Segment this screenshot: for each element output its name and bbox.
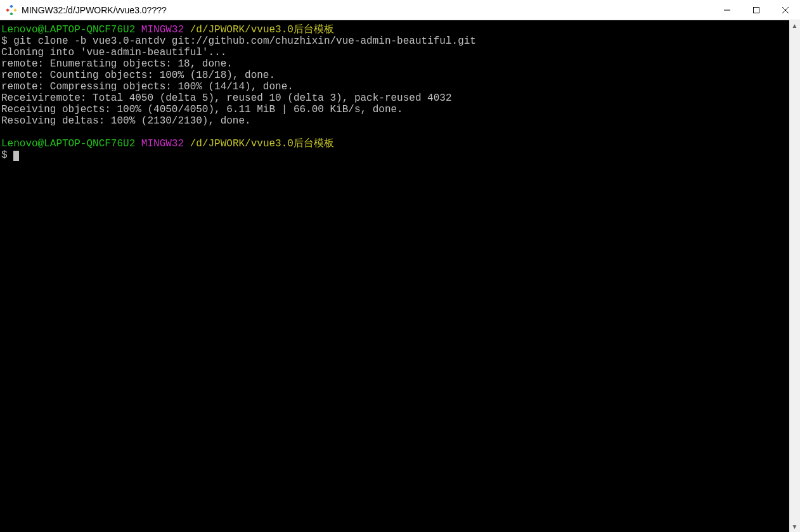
prompt-user-host: Lenovo@LAPTOP-QNCF76U2	[1, 24, 135, 35]
scroll-up-arrow-icon[interactable]: ▲	[789, 20, 800, 31]
window-title: MINGW32:/d/JPWORK/vvue3.0????	[22, 5, 713, 15]
output-line: remote: Enumerating objects: 18, done.	[1, 58, 233, 70]
output-line: Resolving deltas: 100% (2130/2130), done…	[1, 115, 251, 127]
svg-rect-0	[10, 5, 13, 8]
command-line: git clone -b vue3.0-antdv git://github.c…	[13, 35, 476, 47]
output-line: Receiviremote: Total 4050 (delta 5), reu…	[1, 92, 452, 104]
output-line: Cloning into 'vue-admin-beautiful'...	[1, 47, 226, 58]
prompt-symbol: $	[1, 35, 8, 47]
scroll-down-arrow-icon[interactable]: ▼	[789, 521, 800, 532]
svg-rect-3	[10, 12, 13, 15]
prompt-cwd: /d/JPWORK/vvue3.0后台模板	[190, 138, 334, 149]
svg-rect-5	[754, 7, 759, 13]
maximize-button[interactable]	[742, 0, 771, 20]
close-button[interactable]	[771, 0, 800, 20]
minimize-button[interactable]	[713, 0, 742, 20]
output-line: remote: Counting objects: 100% (18/18), …	[1, 70, 275, 81]
svg-rect-1	[6, 8, 10, 12]
window-titlebar: MINGW32:/d/JPWORK/vvue3.0????	[0, 0, 800, 20]
prompt-user-host: Lenovo@LAPTOP-QNCF76U2	[1, 138, 135, 149]
prompt-cwd: /d/JPWORK/vvue3.0后台模板	[190, 24, 334, 35]
vertical-scrollbar[interactable]: ▲ ▼	[789, 20, 800, 532]
output-line: remote: Compressing objects: 100% (14/14…	[1, 81, 294, 92]
svg-rect-2	[13, 8, 16, 12]
terminal-output[interactable]: Lenovo@LAPTOP-QNCF76U2 MINGW32 /d/JPWORK…	[0, 20, 789, 532]
prompt-shell: MINGW32	[141, 24, 184, 35]
app-icon	[6, 5, 16, 15]
output-line: Receiving objects: 100% (4050/4050), 6.1…	[1, 104, 403, 115]
cursor	[13, 151, 19, 161]
prompt-symbol: $	[1, 149, 8, 161]
prompt-shell: MINGW32	[141, 138, 184, 149]
window-controls	[713, 0, 800, 20]
